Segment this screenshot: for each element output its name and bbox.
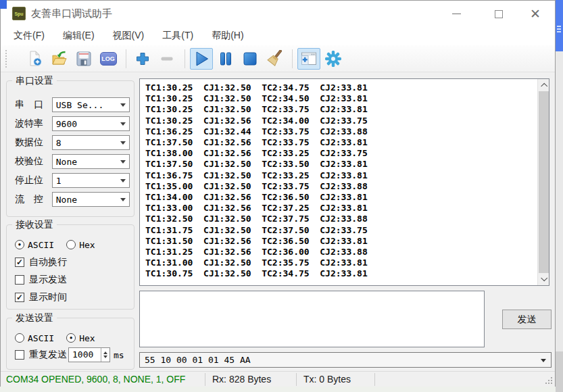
auto-newline-checkbox[interactable]: ✓ xyxy=(15,258,24,267)
chevron-down-icon xyxy=(120,160,126,164)
show-send-checkbox[interactable] xyxy=(15,275,24,285)
send-ascii-label: ASCII xyxy=(28,333,54,343)
send-hex-radio[interactable]: ● xyxy=(66,333,76,343)
receive-line: TC1:30.25 CJ1:32.50 TC2:34.75 CJ2:33.81 xyxy=(145,82,368,93)
chevron-down-icon xyxy=(541,274,547,281)
receive-line: TC1:30.25 CJ1:32.50 TC2:34.50 CJ2:33.81 xyxy=(145,93,368,104)
save-icon xyxy=(75,50,93,68)
receive-settings-title: 接收设置 xyxy=(12,219,57,231)
send-text-input[interactable] xyxy=(139,291,485,347)
serial-settings-title: 串口设置 xyxy=(12,75,57,87)
repeat-send-label: 重复发送 xyxy=(29,349,67,361)
chevron-down-icon xyxy=(120,141,126,145)
port-select[interactable]: USB Se... xyxy=(52,97,130,112)
repeat-interval-stepper[interactable]: 1000 xyxy=(68,347,110,362)
recv-hex-radio[interactable] xyxy=(66,240,76,249)
start-icon xyxy=(193,50,210,68)
add-icon xyxy=(134,50,151,68)
databits-select[interactable]: 8 xyxy=(52,135,130,150)
minimize-button[interactable] xyxy=(442,5,470,23)
new-file-button[interactable] xyxy=(24,48,47,70)
send-button[interactable]: 发送 xyxy=(502,310,552,329)
send-hex-label: Hex xyxy=(79,333,95,343)
receive-line: TC1:31.00 CJ1:32.50 TC2:35.75 CJ2:33.81 xyxy=(145,258,368,268)
menu-file[interactable]: 文件(F) xyxy=(10,28,48,44)
receive-data-area[interactable]: TC1:30.25 CJ1:32.50 TC2:34.75 CJ2:33.81T… xyxy=(139,78,549,286)
step-down-icon xyxy=(103,356,107,358)
toolbar-grip[interactable] xyxy=(5,50,7,68)
maximize-button[interactable] xyxy=(485,5,513,23)
window-title: 友善串口调试助手 xyxy=(31,7,112,20)
auto-newline-label: 自动换行 xyxy=(29,256,67,268)
clear-button[interactable] xyxy=(263,48,286,70)
flowcontrol-select[interactable]: None xyxy=(52,192,130,207)
add-button[interactable] xyxy=(131,48,154,70)
settings-button[interactable] xyxy=(322,48,345,70)
stopbits-label: 停止位 xyxy=(15,174,48,187)
close-button[interactable]: ✕ xyxy=(521,5,549,23)
send-ascii-radio[interactable] xyxy=(15,333,24,343)
resize-grip-icon[interactable] xyxy=(545,376,552,384)
desktop-right-strip xyxy=(556,0,563,392)
databits-value: 8 xyxy=(53,138,62,148)
vertical-scrollbar[interactable] xyxy=(537,79,549,285)
menu-bar: 文件(F) 编辑(E) 视图(V) 工具(T) 帮助(H) xyxy=(1,26,555,45)
stepper-arrows[interactable] xyxy=(101,348,109,362)
remove-button[interactable] xyxy=(155,48,178,70)
repeat-send-checkbox[interactable] xyxy=(15,350,24,360)
toolbar-separator xyxy=(185,49,185,68)
chevron-down-icon xyxy=(541,359,546,362)
scrollbar-thumb[interactable] xyxy=(539,91,549,273)
stop-icon xyxy=(241,50,259,68)
chevron-up-icon xyxy=(541,83,547,90)
radio-dot: ● xyxy=(18,242,22,247)
baudrate-select[interactable]: 9600 xyxy=(52,116,130,131)
title-bar: Spu 友善串口调试助手 ✕ xyxy=(1,1,555,26)
receive-lines: TC1:30.25 CJ1:32.50 TC2:34.75 CJ2:33.81T… xyxy=(145,82,368,280)
app-icon: Spu xyxy=(12,7,26,20)
open-folder-button[interactable] xyxy=(48,48,71,70)
recv-ascii-radio[interactable]: ● xyxy=(15,240,24,249)
receive-line: TC1:30.25 CJ1:32.56 TC2:34.00 CJ2:33.75 xyxy=(145,116,368,126)
chevron-down-icon xyxy=(120,179,126,182)
parity-label: 校验位 xyxy=(15,155,48,168)
receive-line: TC1:32.50 CJ1:32.50 TC2:37.75 CJ2:33.88 xyxy=(145,214,368,224)
toolbar-separator xyxy=(126,49,126,68)
parity-select[interactable]: None xyxy=(52,154,130,169)
show-time-checkbox[interactable]: ✓ xyxy=(15,293,24,302)
connection-status: COM34 OPENED, 9600, 8, NONE, 1, OFF xyxy=(6,374,185,385)
stop-button[interactable] xyxy=(239,48,262,70)
radio-dot: ● xyxy=(70,335,73,341)
chevron-down-icon xyxy=(120,198,126,201)
serial-settings-group: 串口设置 串 口 USB Se... 波特率 9600 数据位 8 校验位 xyxy=(6,80,134,217)
receive-line: TC1:31.25 CJ1:32.56 TC2:36.00 CJ2:33.88 xyxy=(145,247,368,258)
add-panel-button[interactable] xyxy=(297,48,320,70)
send-settings-title: 发送设置 xyxy=(12,312,57,324)
status-bar: COM34 OPENED, 9600, 8, NONE, 1, OFF Rx: … xyxy=(1,371,555,387)
hex-command-combo[interactable]: 55 10 00 01 01 45 AA xyxy=(139,352,552,368)
recv-ascii-label: ASCII xyxy=(28,240,54,250)
remove-icon xyxy=(158,50,176,68)
scroll-down-button[interactable] xyxy=(538,274,549,285)
port-value: USB Se... xyxy=(53,100,103,110)
status-divider xyxy=(205,373,205,386)
receive-line: TC1:30.25 CJ1:32.50 TC2:33.75 CJ2:33.81 xyxy=(145,104,368,115)
scroll-up-button[interactable] xyxy=(538,79,549,91)
baudrate-label: 波特率 xyxy=(15,118,48,130)
log-button[interactable]: LOG xyxy=(97,48,120,70)
chevron-down-icon xyxy=(120,103,126,107)
pause-button[interactable] xyxy=(214,48,237,70)
menu-tools[interactable]: 工具(T) xyxy=(159,28,197,44)
app-window: Spu 友善串口调试助手 ✕ 文件(F) 编辑(E) 视图(V) 工具(T) 帮… xyxy=(0,0,556,387)
menu-view[interactable]: 视图(V) xyxy=(109,28,148,44)
desktop-corner-artifact xyxy=(0,0,7,9)
stopbits-select[interactable]: 1 xyxy=(52,173,130,188)
menu-help[interactable]: 帮助(H) xyxy=(208,28,247,44)
receive-line: TC1:34.00 CJ1:32.56 TC2:36.50 CJ2:33.81 xyxy=(145,192,368,203)
close-icon: ✕ xyxy=(530,6,541,22)
save-button[interactable] xyxy=(72,48,95,70)
start-button[interactable] xyxy=(190,48,213,70)
hex-command-value: 55 10 00 01 01 45 AA xyxy=(140,355,251,365)
receive-line: TC1:36.75 CJ1:32.50 TC2:33.25 CJ2:33.81 xyxy=(145,170,368,181)
menu-edit[interactable]: 编辑(E) xyxy=(59,28,98,44)
